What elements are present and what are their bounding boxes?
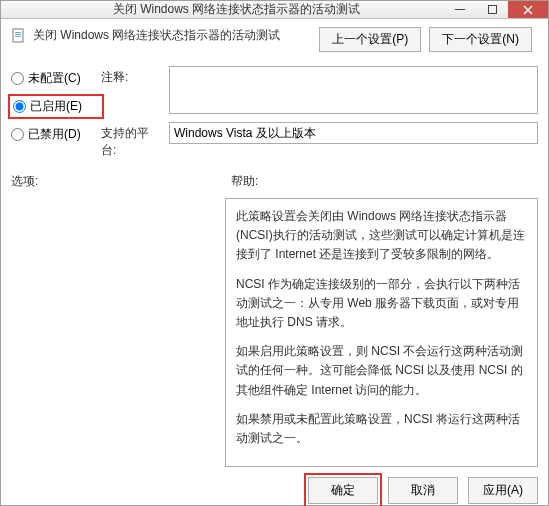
radio-disabled[interactable]: 已禁用(D)	[11, 126, 101, 143]
close-button[interactable]	[508, 1, 548, 18]
platform-value	[169, 122, 538, 144]
apply-label: 应用(A)	[483, 483, 523, 497]
help-label: 帮助:	[231, 173, 258, 190]
ok-button[interactable]: 确定	[308, 477, 378, 504]
radio-disabled-label: 已禁用(D)	[28, 126, 81, 143]
ok-label: 确定	[331, 483, 355, 497]
prev-setting-button[interactable]: 上一个设置(P)	[319, 27, 421, 52]
maximize-button[interactable]	[476, 1, 508, 18]
help-paragraph: 如果禁用或未配置此策略设置，NCSI 将运行这两种活动测试之一。	[236, 410, 527, 448]
maximize-icon	[488, 5, 497, 14]
radio-disabled-input[interactable]	[11, 128, 24, 141]
window-title: 关闭 Windows 网络连接状态指示器的活动测试	[29, 1, 444, 18]
svg-rect-3	[15, 36, 21, 37]
cancel-label: 取消	[411, 483, 435, 497]
header-left: 关闭 Windows 网络连接状态指示器的活动测试	[11, 27, 319, 44]
radio-not-configured-input[interactable]	[11, 72, 24, 85]
radio-not-configured[interactable]: 未配置(C)	[11, 70, 101, 87]
options-label: 选项:	[11, 173, 231, 190]
next-setting-button[interactable]: 下一个设置(N)	[429, 27, 532, 52]
minimize-icon	[455, 9, 465, 10]
next-setting-label: 下一个设置(N)	[442, 32, 519, 46]
footer-buttons: 确定 取消 应用(A)	[11, 467, 538, 504]
policy-icon	[11, 28, 27, 44]
close-icon	[523, 5, 533, 15]
radio-enabled-input[interactable]	[13, 100, 26, 113]
content-area: 关闭 Windows 网络连接状态指示器的活动测试 上一个设置(P) 下一个设置…	[1, 19, 548, 506]
radio-column: 未配置(C) 已启用(E) 已禁用(D)	[11, 66, 101, 159]
policy-title: 关闭 Windows 网络连接状态指示器的活动测试	[33, 27, 280, 44]
help-paragraph: 此策略设置会关闭由 Windows 网络连接状态指示器(NCSI)执行的活动测试…	[236, 207, 527, 265]
comment-input[interactable]	[169, 66, 538, 114]
svg-rect-0	[13, 29, 23, 42]
platform-label: 支持的平台:	[101, 122, 163, 159]
cancel-button[interactable]: 取消	[388, 477, 458, 504]
svg-rect-1	[15, 32, 21, 33]
help-text-area[interactable]: 此策略设置会关闭由 Windows 网络连接状态指示器(NCSI)执行的活动测试…	[225, 198, 538, 467]
right-column: 注释: 支持的平台:	[101, 66, 538, 159]
header-row: 关闭 Windows 网络连接状态指示器的活动测试 上一个设置(P) 下一个设置…	[11, 27, 538, 52]
radio-not-configured-label: 未配置(C)	[28, 70, 81, 87]
prev-setting-label: 上一个设置(P)	[332, 32, 408, 46]
platform-row: 支持的平台:	[101, 122, 538, 159]
apply-button[interactable]: 应用(A)	[468, 477, 538, 504]
mid-labels: 选项: 帮助:	[11, 173, 538, 190]
nav-buttons: 上一个设置(P) 下一个设置(N)	[319, 27, 532, 52]
comment-label: 注释:	[101, 66, 163, 86]
comment-row: 注释:	[101, 66, 538, 114]
radio-enabled[interactable]: 已启用(E)	[11, 97, 101, 116]
dialog-window: 关闭 Windows 网络连接状态指示器的活动测试 关闭 Windows 网络连…	[0, 0, 549, 506]
help-paragraph: 如果启用此策略设置，则 NCSI 不会运行这两种活动测试的任何一种。这可能会降低…	[236, 342, 527, 400]
minimize-button[interactable]	[444, 1, 476, 18]
window-controls	[444, 1, 548, 18]
radio-enabled-label: 已启用(E)	[30, 98, 82, 115]
titlebar: 关闭 Windows 网络连接状态指示器的活动测试	[1, 1, 548, 19]
svg-rect-2	[15, 34, 21, 35]
config-area: 未配置(C) 已启用(E) 已禁用(D) 注释: 支持的平台:	[11, 66, 538, 159]
help-paragraph: NCSI 作为确定连接级别的一部分，会执行以下两种活动测试之一：从专用 Web …	[236, 275, 527, 333]
